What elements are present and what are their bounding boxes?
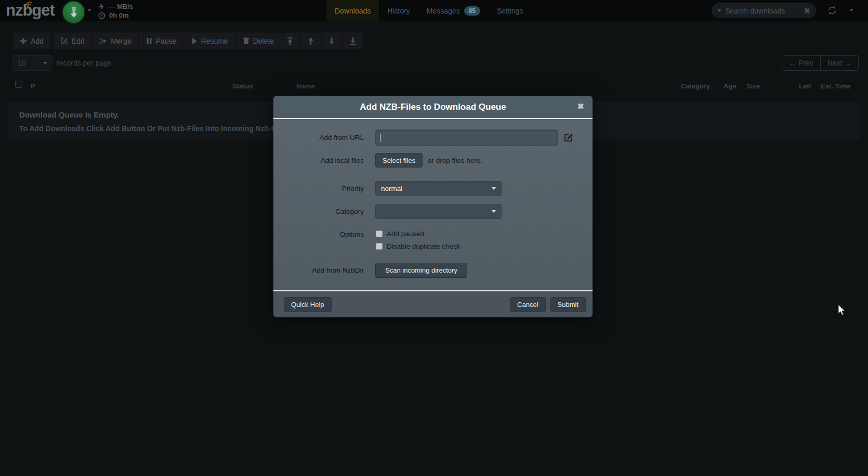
time-remaining: 0h 0m	[109, 11, 129, 20]
modal-title: Add NZB-Files to Download Queue	[273, 96, 593, 118]
delete-button[interactable]: Delete	[235, 32, 281, 49]
category-select[interactable]	[375, 204, 502, 219]
arrow-down-icon	[328, 37, 335, 45]
modal-footer: Quick Help Cancel Submit	[273, 290, 593, 317]
paste-edit-icon[interactable]	[563, 132, 574, 143]
mouse-cursor	[838, 304, 846, 316]
clock-icon	[98, 12, 106, 19]
priority-select[interactable]: normal	[375, 181, 502, 196]
top-navbar: nzbget ✈ — MB/s 0h 0	[0, 0, 868, 21]
nzbget-app: nzbget ✈ — MB/s 0h 0	[0, 0, 868, 476]
drop-files-hint: or drop files here.	[428, 157, 482, 164]
priority-label: Priority	[274, 185, 364, 192]
next-page-button[interactable]: Next →	[821, 56, 859, 70]
messages-count-badge: 85	[464, 6, 480, 16]
disable-dupe-checkbox[interactable]	[376, 243, 383, 250]
tab-messages[interactable]: Messages 85	[418, 0, 489, 21]
url-input[interactable]	[375, 130, 558, 146]
pause-icon	[146, 37, 152, 45]
download-speed: — MB/s	[109, 3, 134, 11]
plus-icon	[20, 37, 27, 45]
pager: ← Prev Next →	[782, 55, 859, 71]
col-status: Status	[232, 82, 253, 90]
trash-icon	[243, 37, 249, 45]
move-down-button[interactable]	[321, 32, 342, 49]
col-size: Size	[746, 82, 760, 90]
logo-signal-icon	[24, 1, 35, 8]
play-icon	[191, 37, 198, 45]
col-name: Name	[296, 82, 314, 90]
navbar-dropdown-caret-icon[interactable]	[849, 9, 853, 11]
arrow-bottom-icon	[349, 37, 357, 45]
speed-plane-icon: ✈	[98, 2, 106, 11]
page-size-select[interactable]: 10	[12, 55, 52, 71]
add-nzb-modal: Add NZB-Files to Download Queue ✖ Add fr…	[273, 96, 593, 317]
nzbdir-label: Add from NzbDir	[274, 266, 364, 274]
cancel-button[interactable]: Cancel	[510, 297, 545, 312]
category-label: Category	[274, 208, 364, 215]
resume-button[interactable]: Resume	[184, 32, 235, 49]
col-left: Left	[799, 82, 811, 90]
download-menu-button[interactable]	[62, 1, 85, 24]
queue-move-group	[280, 32, 363, 49]
quick-help-button[interactable]: Quick Help	[284, 297, 332, 312]
url-label: Add from URL	[274, 134, 364, 141]
queue-table-header: P Status Name Category Age Size Left Est…	[0, 78, 868, 93]
move-up-button[interactable]	[300, 32, 321, 49]
merge-icon	[99, 37, 107, 45]
modal-body: Add from URL Add local files Select file…	[273, 120, 593, 290]
records-per-page-label: records per page	[57, 59, 112, 67]
search-box[interactable]: ✖	[712, 3, 816, 18]
category-caret-icon	[492, 210, 496, 213]
arrow-top-icon	[286, 37, 294, 45]
edit-icon	[60, 37, 68, 45]
tab-downloads[interactable]: Downloads	[326, 0, 379, 21]
add-button[interactable]: Add	[12, 32, 51, 49]
move-bottom-button[interactable]	[342, 32, 363, 49]
prev-page-button[interactable]: ← Prev	[782, 56, 821, 70]
add-paused-label: Add paused	[387, 230, 424, 238]
col-age: Age	[724, 82, 737, 90]
pause-button[interactable]: Pause	[139, 32, 184, 49]
download-arrow-icon	[67, 6, 81, 19]
tab-settings[interactable]: Settings	[489, 0, 532, 21]
page-size-caret-icon	[43, 62, 47, 65]
text-cursor	[380, 134, 380, 142]
scan-directory-button[interactable]: Scan incoming directory	[375, 263, 467, 278]
options-label: Options	[274, 230, 364, 238]
search-options-caret-icon[interactable]	[717, 9, 721, 12]
tab-history[interactable]: History	[379, 0, 418, 21]
add-paused-checkbox[interactable]	[376, 230, 383, 237]
modal-header: Add NZB-Files to Download Queue ✖	[273, 96, 593, 119]
select-all-checkbox[interactable]	[15, 81, 22, 88]
merge-button[interactable]: Merge	[91, 32, 139, 49]
queue-actions-group: Edit Merge Pause Resume	[53, 32, 281, 49]
col-priority: P	[31, 82, 35, 90]
move-top-button[interactable]	[280, 32, 300, 49]
refresh-icon[interactable]	[826, 5, 838, 16]
col-category: Category	[681, 82, 710, 90]
logo-dropdown-caret-icon[interactable]	[87, 9, 91, 11]
local-files-label: Add local files	[274, 157, 364, 164]
col-est-time: Est. Time	[821, 82, 851, 90]
disable-dupe-label: Disable duplicate check	[387, 242, 461, 250]
status-block: ✈ — MB/s 0h 0m	[98, 2, 133, 20]
edit-button[interactable]: Edit	[53, 32, 91, 49]
search-input[interactable]	[725, 7, 804, 15]
main-nav: Downloads History Messages 85 Settings	[326, 0, 532, 21]
queue-toolbar: Add Edit Merge Pause	[0, 32, 868, 49]
modal-close-icon[interactable]: ✖	[577, 101, 584, 111]
select-files-button[interactable]: Select files	[375, 153, 423, 168]
search-clear-icon[interactable]: ✖	[804, 7, 810, 15]
submit-button[interactable]: Submit	[550, 297, 586, 312]
arrow-up-icon	[307, 37, 314, 45]
priority-caret-icon	[492, 187, 496, 190]
